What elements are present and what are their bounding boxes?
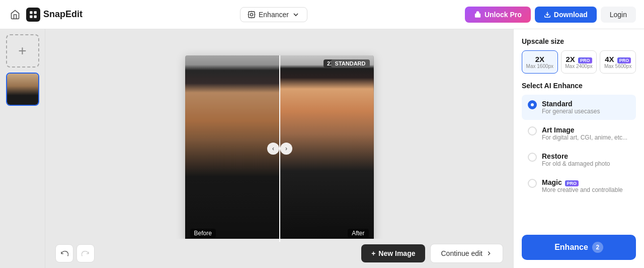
upscale-sub-3: Max 5600px — [604, 63, 631, 69]
pro-badge-2: PRO — [617, 57, 631, 63]
home-icon[interactable] — [8, 8, 22, 22]
svg-point-5 — [250, 13, 253, 16]
svg-rect-4 — [249, 12, 255, 18]
enhance-option-standard[interactable]: Standard For general usecases — [522, 95, 636, 120]
main-content: + ‹ › 2X STANDARD Before After — [0, 29, 644, 268]
magic-name: Magic PRO — [542, 178, 623, 186]
enhancer-button[interactable]: Enhancer — [240, 7, 307, 22]
restore-name: Restore — [542, 152, 610, 160]
sidebar: + — [0, 29, 45, 268]
enhance-option-text-magic: Magic PRO More creative and controllable — [542, 178, 623, 193]
pro-badge-magic: PRO — [565, 180, 579, 186]
enhancer-label: Enhancer — [259, 11, 289, 19]
enhance-button[interactable]: Enhance 2 — [522, 235, 636, 260]
header-left: SnapEdit — [8, 8, 83, 22]
radio-magic — [528, 179, 537, 188]
logo-text: SnapEdit — [43, 9, 83, 20]
upscale-sub-2: Max 2400px — [565, 63, 592, 69]
upscale-sub-1: Max 1600px — [526, 63, 553, 69]
bottom-actions: + New Image Continue edit — [361, 244, 503, 263]
svg-rect-1 — [34, 11, 37, 14]
enhance-label: Enhance — [554, 243, 588, 252]
svg-rect-2 — [30, 15, 32, 18]
svg-rect-3 — [34, 15, 37, 18]
undo-redo-group — [55, 244, 95, 262]
radio-restore — [528, 153, 537, 162]
pro-badge-1: PRO — [578, 57, 592, 63]
logo[interactable]: SnapEdit — [26, 8, 83, 22]
label-before: Before — [190, 229, 216, 238]
continue-edit-label: Continue edit — [441, 249, 482, 257]
continue-edit-button[interactable]: Continue edit — [430, 244, 503, 263]
upscale-label-3: 4X PRO — [605, 55, 631, 63]
enhance-count: 2 — [592, 242, 603, 253]
upscale-option-2x-standard[interactable]: 2X Max 1600px — [522, 50, 558, 74]
new-image-button[interactable]: + New Image — [361, 244, 425, 262]
art-name: Art Image — [542, 126, 627, 134]
plus-icon-new: + — [371, 249, 375, 257]
right-panel: Upscale size 2X Max 1600px 2X PRO Max 24… — [513, 29, 644, 268]
magic-desc: More creative and controllable — [542, 186, 623, 193]
label-after: After — [348, 229, 368, 238]
arrow-left-icon: ‹ — [267, 143, 279, 155]
canvas-area: ‹ › 2X STANDARD Before After — [45, 29, 513, 268]
enhance-option-text-restore: Restore For old & damaged photo — [542, 152, 610, 167]
app-header: SnapEdit Enhancer Unlock Pro — [0, 0, 644, 29]
radio-standard — [528, 100, 537, 109]
redo-button[interactable] — [76, 244, 95, 262]
download-button[interactable]: Download — [535, 7, 597, 23]
svg-rect-0 — [30, 11, 32, 14]
enhance-option-text-art: Art Image For digital art, CGI, anime, e… — [542, 126, 627, 141]
add-image-button[interactable]: + — [6, 34, 39, 68]
standard-name: Standard — [542, 100, 600, 108]
thumbnail-image — [7, 74, 38, 105]
art-desc: For digital art, CGI, anime, etc... — [542, 134, 627, 141]
login-button[interactable]: Login — [601, 7, 636, 23]
upscale-option-2x-pro[interactable]: 2X PRO Max 2400px — [561, 50, 597, 74]
upscale-options-group: 2X Max 1600px 2X PRO Max 2400px 4X PRO M… — [522, 50, 636, 74]
radio-art — [528, 126, 537, 136]
header-right: Unlock Pro Download Login — [465, 7, 636, 23]
enhance-option-art[interactable]: Art Image For digital art, CGI, anime, e… — [522, 121, 636, 146]
unlock-pro-button[interactable]: Unlock Pro — [465, 7, 531, 23]
restore-desc: For old & damaged photo — [542, 160, 610, 167]
undo-button[interactable] — [55, 244, 73, 262]
upscale-label-2: 2X PRO — [566, 55, 592, 63]
header-center: Enhancer — [89, 7, 459, 22]
upscale-title: Upscale size — [522, 37, 636, 45]
badge-standard: STANDARD — [331, 59, 370, 68]
download-label: Download — [554, 11, 588, 19]
enhance-option-text-standard: Standard For general usecases — [542, 100, 600, 115]
upscale-label-1: 2X — [535, 55, 544, 63]
enhance-option-magic[interactable]: Magic PRO More creative and controllable — [522, 173, 636, 198]
logo-icon — [26, 8, 40, 22]
sidebar-thumbnail[interactable] — [6, 73, 39, 106]
new-image-label: New Image — [378, 249, 415, 257]
ai-enhance-title: Select AI Enhance — [522, 82, 636, 90]
bottom-toolbar: + New Image Continue edit — [45, 239, 513, 268]
arrow-right-icon: › — [280, 143, 292, 155]
unlock-pro-label: Unlock Pro — [485, 11, 522, 19]
enhance-option-restore[interactable]: Restore For old & damaged photo — [522, 147, 636, 172]
panel-bottom: Enhance 2 — [522, 235, 636, 260]
image-compare-container: ‹ › 2X STANDARD Before After — [185, 55, 374, 242]
standard-desc: For general usecases — [542, 108, 600, 115]
upscale-option-4x-pro[interactable]: 4X PRO Max 5600px — [600, 50, 636, 74]
plus-icon: + — [18, 43, 26, 59]
